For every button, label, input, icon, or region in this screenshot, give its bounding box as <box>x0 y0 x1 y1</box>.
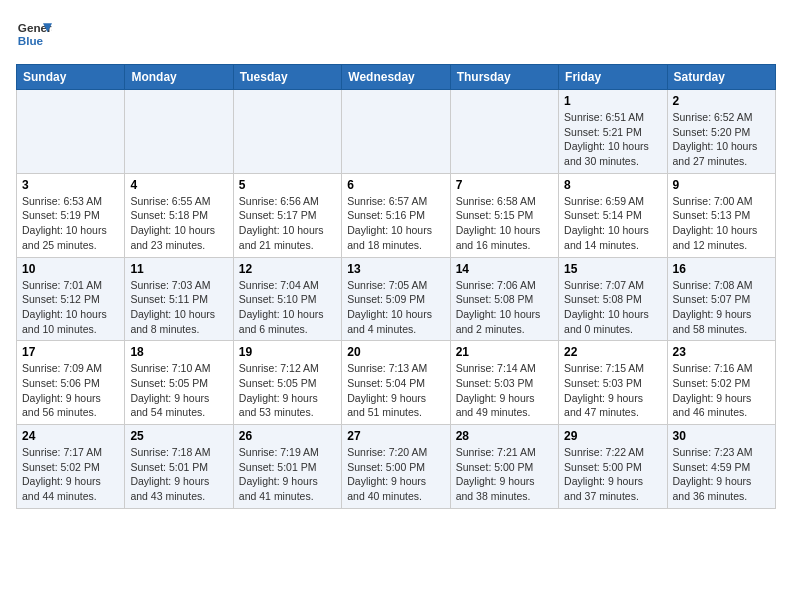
day-info: Sunrise: 7:10 AM Sunset: 5:05 PM Dayligh… <box>130 361 227 420</box>
day-cell <box>233 90 341 174</box>
day-number: 26 <box>239 429 336 443</box>
day-info: Sunrise: 7:14 AM Sunset: 5:03 PM Dayligh… <box>456 361 553 420</box>
day-info: Sunrise: 7:03 AM Sunset: 5:11 PM Dayligh… <box>130 278 227 337</box>
day-cell: 27Sunrise: 7:20 AM Sunset: 5:00 PM Dayli… <box>342 425 450 509</box>
day-number: 9 <box>673 178 770 192</box>
day-info: Sunrise: 7:05 AM Sunset: 5:09 PM Dayligh… <box>347 278 444 337</box>
day-number: 27 <box>347 429 444 443</box>
day-number: 5 <box>239 178 336 192</box>
day-number: 28 <box>456 429 553 443</box>
day-number: 21 <box>456 345 553 359</box>
day-cell: 16Sunrise: 7:08 AM Sunset: 5:07 PM Dayli… <box>667 257 775 341</box>
day-info: Sunrise: 7:23 AM Sunset: 4:59 PM Dayligh… <box>673 445 770 504</box>
day-number: 19 <box>239 345 336 359</box>
day-number: 13 <box>347 262 444 276</box>
day-cell: 28Sunrise: 7:21 AM Sunset: 5:00 PM Dayli… <box>450 425 558 509</box>
day-number: 14 <box>456 262 553 276</box>
day-cell <box>450 90 558 174</box>
day-info: Sunrise: 7:00 AM Sunset: 5:13 PM Dayligh… <box>673 194 770 253</box>
day-cell <box>125 90 233 174</box>
day-info: Sunrise: 7:19 AM Sunset: 5:01 PM Dayligh… <box>239 445 336 504</box>
page-header: General Blue <box>16 16 776 52</box>
day-number: 4 <box>130 178 227 192</box>
day-info: Sunrise: 7:17 AM Sunset: 5:02 PM Dayligh… <box>22 445 119 504</box>
day-info: Sunrise: 7:04 AM Sunset: 5:10 PM Dayligh… <box>239 278 336 337</box>
day-info: Sunrise: 6:51 AM Sunset: 5:21 PM Dayligh… <box>564 110 661 169</box>
day-info: Sunrise: 7:16 AM Sunset: 5:02 PM Dayligh… <box>673 361 770 420</box>
day-number: 8 <box>564 178 661 192</box>
col-header-tuesday: Tuesday <box>233 65 341 90</box>
week-row-1: 1Sunrise: 6:51 AM Sunset: 5:21 PM Daylig… <box>17 90 776 174</box>
header-row: SundayMondayTuesdayWednesdayThursdayFrid… <box>17 65 776 90</box>
day-cell: 10Sunrise: 7:01 AM Sunset: 5:12 PM Dayli… <box>17 257 125 341</box>
week-row-4: 17Sunrise: 7:09 AM Sunset: 5:06 PM Dayli… <box>17 341 776 425</box>
day-cell: 3Sunrise: 6:53 AM Sunset: 5:19 PM Daylig… <box>17 173 125 257</box>
day-info: Sunrise: 7:08 AM Sunset: 5:07 PM Dayligh… <box>673 278 770 337</box>
day-info: Sunrise: 7:06 AM Sunset: 5:08 PM Dayligh… <box>456 278 553 337</box>
week-row-5: 24Sunrise: 7:17 AM Sunset: 5:02 PM Dayli… <box>17 425 776 509</box>
day-cell: 13Sunrise: 7:05 AM Sunset: 5:09 PM Dayli… <box>342 257 450 341</box>
day-number: 16 <box>673 262 770 276</box>
day-number: 18 <box>130 345 227 359</box>
day-number: 12 <box>239 262 336 276</box>
col-header-friday: Friday <box>559 65 667 90</box>
col-header-wednesday: Wednesday <box>342 65 450 90</box>
day-info: Sunrise: 6:53 AM Sunset: 5:19 PM Dayligh… <box>22 194 119 253</box>
day-cell: 30Sunrise: 7:23 AM Sunset: 4:59 PM Dayli… <box>667 425 775 509</box>
day-cell: 9Sunrise: 7:00 AM Sunset: 5:13 PM Daylig… <box>667 173 775 257</box>
day-info: Sunrise: 7:13 AM Sunset: 5:04 PM Dayligh… <box>347 361 444 420</box>
day-number: 30 <box>673 429 770 443</box>
day-number: 11 <box>130 262 227 276</box>
day-cell: 26Sunrise: 7:19 AM Sunset: 5:01 PM Dayli… <box>233 425 341 509</box>
day-number: 2 <box>673 94 770 108</box>
day-number: 6 <box>347 178 444 192</box>
week-row-2: 3Sunrise: 6:53 AM Sunset: 5:19 PM Daylig… <box>17 173 776 257</box>
day-cell: 14Sunrise: 7:06 AM Sunset: 5:08 PM Dayli… <box>450 257 558 341</box>
svg-text:Blue: Blue <box>18 34 44 47</box>
day-number: 29 <box>564 429 661 443</box>
day-info: Sunrise: 7:15 AM Sunset: 5:03 PM Dayligh… <box>564 361 661 420</box>
logo-icon: General Blue <box>16 16 52 52</box>
day-number: 22 <box>564 345 661 359</box>
day-cell: 25Sunrise: 7:18 AM Sunset: 5:01 PM Dayli… <box>125 425 233 509</box>
day-cell: 12Sunrise: 7:04 AM Sunset: 5:10 PM Dayli… <box>233 257 341 341</box>
calendar-table: SundayMondayTuesdayWednesdayThursdayFrid… <box>16 64 776 509</box>
day-number: 15 <box>564 262 661 276</box>
day-number: 20 <box>347 345 444 359</box>
day-cell: 23Sunrise: 7:16 AM Sunset: 5:02 PM Dayli… <box>667 341 775 425</box>
day-number: 24 <box>22 429 119 443</box>
day-number: 23 <box>673 345 770 359</box>
day-number: 3 <box>22 178 119 192</box>
day-info: Sunrise: 6:57 AM Sunset: 5:16 PM Dayligh… <box>347 194 444 253</box>
day-info: Sunrise: 6:52 AM Sunset: 5:20 PM Dayligh… <box>673 110 770 169</box>
day-cell: 4Sunrise: 6:55 AM Sunset: 5:18 PM Daylig… <box>125 173 233 257</box>
day-cell: 15Sunrise: 7:07 AM Sunset: 5:08 PM Dayli… <box>559 257 667 341</box>
col-header-saturday: Saturday <box>667 65 775 90</box>
day-number: 1 <box>564 94 661 108</box>
col-header-thursday: Thursday <box>450 65 558 90</box>
day-info: Sunrise: 7:07 AM Sunset: 5:08 PM Dayligh… <box>564 278 661 337</box>
day-cell: 5Sunrise: 6:56 AM Sunset: 5:17 PM Daylig… <box>233 173 341 257</box>
day-number: 10 <box>22 262 119 276</box>
day-cell: 21Sunrise: 7:14 AM Sunset: 5:03 PM Dayli… <box>450 341 558 425</box>
day-cell <box>17 90 125 174</box>
day-cell: 20Sunrise: 7:13 AM Sunset: 5:04 PM Dayli… <box>342 341 450 425</box>
day-info: Sunrise: 7:12 AM Sunset: 5:05 PM Dayligh… <box>239 361 336 420</box>
logo: General Blue <box>16 16 52 52</box>
day-info: Sunrise: 7:01 AM Sunset: 5:12 PM Dayligh… <box>22 278 119 337</box>
day-info: Sunrise: 6:58 AM Sunset: 5:15 PM Dayligh… <box>456 194 553 253</box>
day-cell: 6Sunrise: 6:57 AM Sunset: 5:16 PM Daylig… <box>342 173 450 257</box>
day-cell: 8Sunrise: 6:59 AM Sunset: 5:14 PM Daylig… <box>559 173 667 257</box>
day-number: 17 <box>22 345 119 359</box>
day-info: Sunrise: 7:21 AM Sunset: 5:00 PM Dayligh… <box>456 445 553 504</box>
day-cell: 19Sunrise: 7:12 AM Sunset: 5:05 PM Dayli… <box>233 341 341 425</box>
day-cell: 7Sunrise: 6:58 AM Sunset: 5:15 PM Daylig… <box>450 173 558 257</box>
day-cell: 2Sunrise: 6:52 AM Sunset: 5:20 PM Daylig… <box>667 90 775 174</box>
day-cell: 18Sunrise: 7:10 AM Sunset: 5:05 PM Dayli… <box>125 341 233 425</box>
day-cell: 24Sunrise: 7:17 AM Sunset: 5:02 PM Dayli… <box>17 425 125 509</box>
col-header-sunday: Sunday <box>17 65 125 90</box>
day-info: Sunrise: 7:18 AM Sunset: 5:01 PM Dayligh… <box>130 445 227 504</box>
col-header-monday: Monday <box>125 65 233 90</box>
day-cell: 17Sunrise: 7:09 AM Sunset: 5:06 PM Dayli… <box>17 341 125 425</box>
day-info: Sunrise: 7:09 AM Sunset: 5:06 PM Dayligh… <box>22 361 119 420</box>
